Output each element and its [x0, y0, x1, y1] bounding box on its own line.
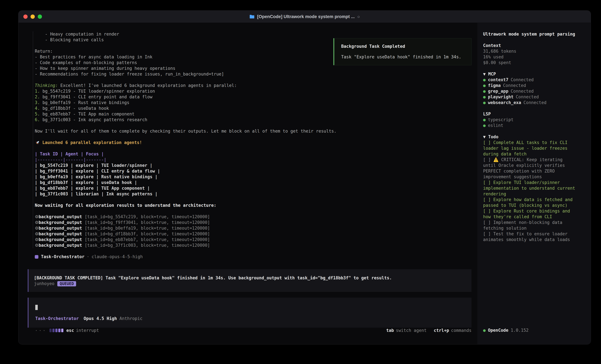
agent-list-item: 6. bg_37f1c003 - Ink async patterns rese… [35, 117, 471, 123]
zoom-button[interactable] [38, 15, 42, 19]
todo-item: [ ] Implement non-blocking data fetching… [483, 220, 577, 231]
tool-args: [task_id=bg_eb87ebb7, block=true, timeou… [85, 237, 210, 242]
message-footer: Task-Orchestrator · claude-opus-4-5-high [35, 254, 471, 260]
active-model: Opus 4.5 High [84, 316, 117, 321]
status-dot-icon: ● [483, 95, 486, 99]
status-right: tabswitch agent ctrl+pcommands [386, 328, 471, 333]
table-row: | bg_eb87ebb7 | explore | TUI App compon… [35, 185, 471, 191]
minimize-button[interactable] [30, 15, 35, 19]
table-rows: | bg_5547c219 | explore | TUI loader/spi… [35, 163, 471, 197]
mcp-server-name: context7 [488, 77, 508, 82]
thinking-label: Thinking: [35, 83, 58, 88]
tool-call: ⚙background_output[task_id=bg_df18bb3f, … [35, 231, 471, 237]
background-task-notification[interactable]: Background Task Completed Task "Explore … [333, 38, 471, 65]
tool-name: background_output [39, 243, 82, 248]
agent-list-item: 1. bg_5547c219 - TUI loader/spinner expl… [35, 88, 471, 94]
todo-item: [ ] Explore Rust core bindings and how t… [483, 208, 577, 220]
tab-hint: tabswitch agent [386, 328, 427, 333]
proxy-circle-icon: ○ [357, 14, 360, 19]
todo-item: [ ] Complete ALL tasks to fix CLI loader… [483, 140, 577, 157]
tool-call: ⚙background_output[task_id=bg_f9ff3041, … [35, 220, 471, 225]
mcp-list: ●context7Connected ●figmaConnected ●grep… [483, 77, 577, 105]
lsp-item: ●eslint [483, 123, 577, 128]
agent-list-item: 2. bg_f9ff3041 - CLI entry point and dat… [35, 94, 471, 100]
version-number: 1.0.152 [511, 328, 529, 333]
agent-name: Task-Orchestrator [41, 254, 84, 260]
tool-args: [task_id=bg_f9ff3041, block=true, timeou… [85, 220, 210, 225]
prompt-input[interactable]: Task-OrchestratorOpus 4.5 HighAnthropic [28, 298, 471, 328]
agent-list-text: bg_f9ff3041 - CLI entry point and data f… [40, 95, 152, 99]
mcp-item: ●grep_appConnected [483, 88, 577, 94]
esc-hint: escinterrupt [66, 328, 99, 333]
table-row: | bg_b0effa19 | explore | Rust native bi… [35, 174, 471, 180]
desktop: [OpenCode] Ultrawork mode system prompt … [0, 0, 601, 364]
context-used: 16% used [483, 54, 577, 60]
todo-item: [ ] Test the fix to ensure loader animat… [483, 231, 577, 242]
separator-dot: · [87, 254, 89, 260]
table-row: | bg_df18bb3f | explore | useData hook | [35, 180, 471, 185]
status-dot-icon: ● [483, 117, 486, 122]
mcp-item: ●context7Connected [483, 77, 577, 83]
mcp-server-status: Connected [511, 89, 534, 94]
esc-key: esc [66, 328, 74, 333]
folder-icon [249, 15, 255, 19]
app-version: ●OpenCode1.0.152 [483, 327, 529, 333]
gear-icon: ⚙ [35, 226, 39, 230]
table-row: | bg_f9ff3041 | explore | CLI entry & da… [35, 168, 471, 174]
close-button[interactable] [23, 15, 28, 19]
mcp-heading[interactable]: ▼ MCP [483, 71, 577, 77]
traffic-lights [19, 15, 42, 19]
agent-status-line: Task-OrchestratorOpus 4.5 HighAnthropic [35, 316, 143, 321]
thinking-line: Thinking: Excellent! I've launched 6 bac… [35, 83, 471, 88]
tool-name: background_output [39, 214, 82, 219]
tool-args: [task_id=bg_b0effa19, block=true, timeou… [85, 226, 210, 230]
mcp-server-status: Connected [503, 83, 526, 88]
gear-icon: ⚙ [35, 237, 39, 242]
agent-id-list: 1. bg_5547c219 - TUI loader/spinner expl… [35, 88, 471, 123]
gear-icon: ⚙ [35, 214, 39, 219]
agent-list-item: 3. bg_b0effa19 - Rust native bindings [35, 100, 471, 105]
status-dot-icon: ● [483, 83, 486, 88]
queued-badge: QUEUED [57, 281, 76, 286]
launch-line: Launched 6 parallel exploration agents! [35, 140, 471, 145]
model-name: claude-opus-4-5-high [92, 254, 143, 260]
gear-icon: ⚙ [35, 220, 39, 225]
arch-text: Now waiting for all exploration results … [35, 202, 471, 208]
rocket-icon [35, 140, 40, 145]
queued-user: junhoyeo [34, 281, 54, 286]
tool-name: background_output [39, 231, 82, 236]
window-title: [OpenCode] Ultrawork mode system prompt … [257, 14, 355, 19]
mcp-server-status: Connected [516, 95, 539, 99]
table-header: | Task ID | Agent | Focus | [35, 151, 471, 157]
list-number: 5. [35, 112, 40, 116]
mcp-server-name: playwright [488, 95, 514, 99]
list-number: 1. [35, 89, 40, 94]
mcp-server-status: Connected [523, 100, 546, 105]
mcp-item: ●websearch_exaConnected [483, 100, 577, 105]
todo-heading[interactable]: ▼ Todo [483, 134, 577, 140]
thinking-text: Excellent! I've launched 6 background ex… [58, 83, 237, 88]
status-left: ··· escinterrupt [35, 328, 99, 333]
table-row: | bg_5547c219 | explore | TUI loader/spi… [35, 163, 471, 168]
launch-text: Launched 6 parallel exploration agents! [42, 140, 142, 145]
lsp-list: ●typescript ●eslint [483, 117, 577, 128]
activity-dots: ··· [35, 328, 47, 333]
tool-call: ⚙background_output[task_id=bg_5547c219, … [35, 214, 471, 220]
active-agent: Task-Orchestrator [35, 316, 79, 321]
agent-list-text: bg_df18bb3f - useData hook [40, 106, 109, 111]
notification-title: Background Task Completed [341, 44, 464, 49]
tab-label: switch agent [396, 328, 427, 333]
gear-icon: ⚙ [35, 231, 39, 236]
agent-list-text: bg_5547c219 - TUI loader/spinner explora… [40, 89, 155, 94]
tool-args: [task_id=bg_37f1c003, block=true, timeou… [85, 243, 210, 248]
model-provider: Anthropic [120, 316, 143, 321]
lsp-server-name: typescript [488, 117, 514, 122]
terminal-main[interactable]: - Heavy computation in render - Blocking… [19, 23, 477, 344]
status-dot-icon: ● [483, 328, 486, 333]
agent-list-item: 4. bg_df18bb3f - useData hook [35, 105, 471, 111]
tool-args: [task_id=bg_df18bb3f, block=true, timeou… [85, 231, 210, 236]
tool-name: background_output [39, 220, 82, 225]
list-number: 4. [35, 106, 40, 111]
list-number: 2. [35, 95, 40, 99]
titlebar[interactable]: [OpenCode] Ultrawork mode system prompt … [19, 11, 591, 23]
